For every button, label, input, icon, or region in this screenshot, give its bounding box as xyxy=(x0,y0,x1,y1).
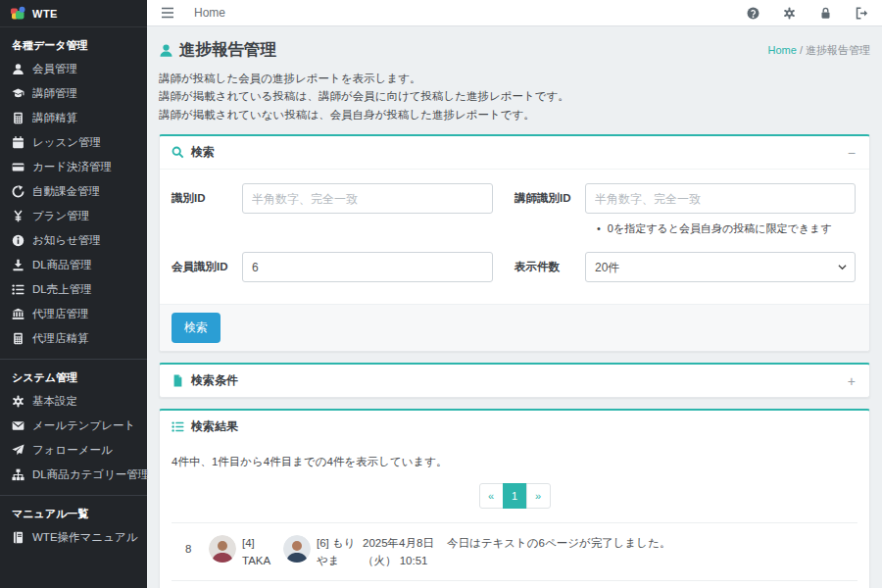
form-col: 会員識別ID xyxy=(172,252,514,282)
search-panel-title: 検索 xyxy=(191,144,215,161)
sidebar-section-data: 各種データ管理 会員管理 講師管理 講師精算 レッスン管理 カード決済管理 自動… xyxy=(0,27,147,351)
sidebar-section-title: マニュアル一覧 xyxy=(0,496,147,525)
sidebar-item-dl-product-management[interactable]: DL商品管理 xyxy=(0,253,147,277)
field-label: 識別ID xyxy=(172,183,242,206)
pagination-next-button[interactable]: » xyxy=(526,483,551,509)
sidebar: WTE 各種データ管理 会員管理 講師管理 講師精算 レッスン管理 カード決済管… xyxy=(0,0,147,588)
sitemap-icon xyxy=(12,468,24,481)
sidebar-item-card-payment-management[interactable]: カード決済管理 xyxy=(0,155,147,179)
help-icon[interactable] xyxy=(747,7,760,20)
sidebar-item-label: DL商品カテゴリー管理 xyxy=(32,467,149,482)
row-id: 8 xyxy=(185,533,209,559)
conditions-panel-title: 検索条件 xyxy=(191,372,238,389)
sidebar-item-label: カード決済管理 xyxy=(32,160,112,174)
results-panel-title: 検索結果 xyxy=(191,418,238,435)
results-panel-header: 検索結果 xyxy=(160,411,869,443)
calculator-icon xyxy=(12,112,24,124)
sidebar-item-dl-sales-management[interactable]: DL売上管理 xyxy=(0,277,147,302)
sidebar-item-label: 講師精算 xyxy=(32,111,77,125)
pagination-page-1[interactable]: 1 xyxy=(503,483,527,509)
book-icon xyxy=(12,531,24,544)
sidebar-item-label: お知らせ管理 xyxy=(32,233,101,248)
pagination-prev-button[interactable]: « xyxy=(479,483,504,509)
calendar-icon xyxy=(12,136,24,149)
credit-card-icon xyxy=(12,161,24,173)
search-icon xyxy=(172,146,184,159)
sign-out-icon[interactable] xyxy=(856,7,868,20)
sidebar-item-dl-product-category-management[interactable]: DL商品カテゴリー管理 xyxy=(0,463,147,487)
expand-toggle[interactable]: + xyxy=(846,374,858,388)
sidebar-section-title: システム管理 xyxy=(0,360,147,389)
main-area: Home 進捗報告管理 Home / 進捗報告管理 講師が投稿した会員の進捗レポ… xyxy=(147,0,882,588)
search-panel: 検索 − 識別ID 講師識別ID 0を指定すると会員自身の xyxy=(159,134,870,352)
app-logo[interactable]: WTE xyxy=(0,0,147,27)
search-button[interactable]: 検索 xyxy=(172,313,220,343)
sidebar-item-agency-settlement[interactable]: 代理店精算 xyxy=(0,326,147,351)
sidebar-item-instructor-settlement[interactable]: 講師精算 xyxy=(0,106,147,130)
info-circle-icon xyxy=(12,234,24,247)
shikibetsu-id-input[interactable] xyxy=(242,183,493,214)
form-field: 0を指定すると会員自身の投稿に限定できます xyxy=(585,183,856,236)
search-panel-header: 検索 − xyxy=(160,136,869,170)
field-note: 0を指定すると会員自身の投稿に限定できます xyxy=(585,221,856,236)
conditions-panel-header: 検索条件 + xyxy=(160,365,869,397)
field-label: 表示件数 xyxy=(514,252,585,274)
sidebar-item-member-management[interactable]: 会員管理 xyxy=(0,57,147,81)
description-line: 講師が投稿した会員の進捗レポートを表示します。 xyxy=(159,70,870,87)
topbar-home-link[interactable]: Home xyxy=(194,6,225,20)
row-report-text: 今日はテキストの6ページが完了しました。 xyxy=(447,533,850,553)
gear-icon[interactable] xyxy=(783,7,796,20)
collapse-toggle[interactable]: − xyxy=(846,146,858,160)
result-row: 8 [4] TAKA [6] もりやま 2025年4月8日（火） 10:51 今… xyxy=(172,522,858,580)
sidebar-item-agency-management[interactable]: 代理店管理 xyxy=(0,302,147,326)
calculator-icon xyxy=(12,332,24,345)
form-field xyxy=(242,252,493,282)
list-icon xyxy=(172,420,184,433)
lock-icon[interactable] xyxy=(819,7,832,20)
sidebar-item-mail-template[interactable]: メールテンプレート xyxy=(0,414,147,438)
sidebar-item-label: DL商品管理 xyxy=(32,258,92,272)
paper-plane-icon xyxy=(12,444,24,457)
result-row: 3 [3] Eve [6] もりやま 2024年7月19日（金） 19:24 テ… xyxy=(172,580,858,588)
page-head: 進捗報告管理 Home / 進捗報告管理 xyxy=(159,39,870,61)
sidebar-item-basic-settings[interactable]: 基本設定 xyxy=(0,389,147,414)
form-col: 識別ID xyxy=(172,183,514,236)
envelope-icon xyxy=(12,419,24,432)
koshi-id-input[interactable] xyxy=(585,183,856,214)
kaiin-id-input[interactable] xyxy=(242,252,493,282)
sidebar-section-system: システム管理 基本設定 メールテンプレート フォローメール DL商品カテゴリー管… xyxy=(0,359,147,487)
wte-logo-icon xyxy=(10,6,25,22)
field-label: 会員識別ID xyxy=(172,252,242,274)
sidebar-section-manual: マニュアル一覧 WTE操作マニュアル xyxy=(0,495,147,550)
user-icon xyxy=(12,63,24,75)
field-label: 講師識別ID xyxy=(514,183,585,206)
hyoji-kensu-select[interactable]: 20件 xyxy=(585,252,856,282)
sidebar-item-lesson-management[interactable]: レッスン管理 xyxy=(0,130,147,155)
results-body: 4件中、1件目から4件目までの4件を表示しています。 « 1 » 8 [4] T… xyxy=(160,443,869,588)
list-icon xyxy=(12,283,24,296)
sidebar-item-plan-management[interactable]: プラン管理 xyxy=(0,204,147,228)
sidebar-item-label: 基本設定 xyxy=(32,394,77,409)
results-summary: 4件中、1件目から4件目までの4件を表示しています。 xyxy=(172,455,858,469)
sidebar-item-label: 代理店精算 xyxy=(32,331,89,346)
sidebar-item-label: 自動課金管理 xyxy=(32,184,100,199)
sidebar-item-notice-management[interactable]: お知らせ管理 xyxy=(0,228,147,253)
gear-icon xyxy=(12,395,24,408)
sidebar-item-label: 代理店管理 xyxy=(32,307,89,321)
topbar-actions xyxy=(747,7,868,20)
user-icon xyxy=(159,43,173,58)
sidebar-item-follow-mail[interactable]: フォローメール xyxy=(0,438,147,463)
sidebar-item-auto-billing-management[interactable]: 自動課金管理 xyxy=(0,179,147,204)
file-icon xyxy=(172,374,184,387)
sidebar-item-wte-manual[interactable]: WTE操作マニュアル xyxy=(0,525,147,550)
hamburger-menu-icon[interactable] xyxy=(161,7,174,19)
sidebar-item-instructor-management[interactable]: 講師管理 xyxy=(0,81,147,106)
sync-icon xyxy=(12,185,24,198)
breadcrumb-home-link[interactable]: Home xyxy=(767,44,796,56)
form-col: 表示件数 20件 xyxy=(514,252,858,282)
results-panel: 検索結果 4件中、1件目から4件目までの4件を表示しています。 « 1 » 8 … xyxy=(159,409,870,588)
topbar: Home xyxy=(147,0,882,26)
search-form: 識別ID 講師識別ID 0を指定すると会員自身の投稿に限定できます xyxy=(160,170,869,304)
form-field: 20件 xyxy=(585,252,856,282)
sidebar-item-label: DL売上管理 xyxy=(32,282,92,297)
